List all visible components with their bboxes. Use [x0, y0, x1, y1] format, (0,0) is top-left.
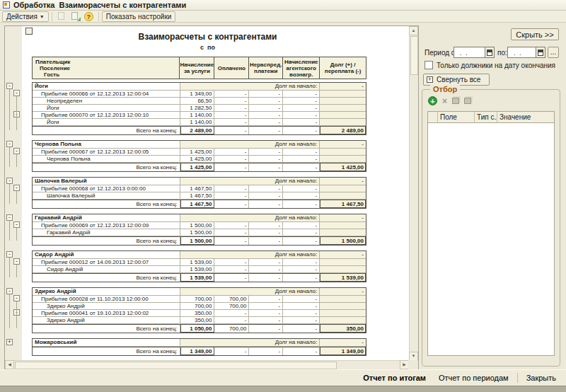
group-collapse-toggle[interactable]: - [6, 141, 13, 147]
horizontal-scroll-thumb[interactable] [15, 362, 337, 369]
value-cell: - [249, 303, 283, 310]
group-collapse-toggle[interactable]: - [6, 214, 13, 221]
period-from-label: Период с: [424, 49, 457, 57]
group-expand-toggle[interactable]: + [6, 339, 13, 345]
hide-settings-button[interactable]: Скрыть >> [511, 28, 559, 40]
group-total-row: Всего на конец:1 467,50---1 467,50 [33, 200, 366, 208]
opening-balance-value: - [320, 214, 366, 222]
header-line-settlement: Поселение [34, 65, 70, 71]
filter-field-column: Поле [438, 112, 475, 122]
paste-filter-icon[interactable] [464, 98, 471, 104]
debt-cell [320, 303, 366, 310]
group-collapse-toggle[interactable]: - [6, 251, 13, 258]
export-icon[interactable] [70, 11, 81, 21]
opening-balance-value: - [320, 288, 366, 296]
group-collapse-toggle[interactable]: - [13, 185, 20, 191]
value-cell: - [249, 317, 283, 324]
calendar-glyph [538, 50, 543, 56]
total-label-cell: Всего на конец: [33, 347, 180, 355]
filter-groupbox: Отбор + × Поле Тип с... Значение [422, 89, 560, 367]
show-settings-button[interactable]: Показать настройки [102, 11, 176, 22]
value-cell: - [214, 156, 249, 163]
close-button[interactable]: Закрыть [522, 372, 560, 384]
period-to-input[interactable] [507, 47, 536, 58]
group-collapse-toggle[interactable]: - [13, 221, 20, 228]
copy-filter-icon[interactable] [452, 98, 459, 104]
debt-cell [320, 222, 366, 229]
report-row: Прибытие 000067 от 12.12.2013 12:00:051 … [33, 149, 366, 156]
report-by-periods-button[interactable]: Отчет по периодам [434, 372, 513, 384]
delete-filter-icon[interactable]: × [442, 97, 447, 105]
scroll-left-icon[interactable]: ◀ [5, 360, 14, 369]
total-value-cell: 1 349,00 [320, 347, 366, 355]
value-cell: - [214, 112, 249, 119]
row-label-cell: Сидор Андрій [33, 266, 180, 273]
column-agent-fee: Начисление агентского вознагр. [283, 57, 320, 79]
value-cell: - [249, 91, 283, 98]
debt-cell [320, 310, 366, 317]
group-name-cell: Йоги [33, 83, 180, 91]
group-collapse-toggle[interactable]: - [6, 178, 13, 184]
report-group: Гаркавий АндрійДолг на начало:-Прибытие … [32, 214, 366, 246]
row-label-cell: Прибытие 000041 от 19.10.2013 12:00:02 [33, 310, 180, 317]
window-bottom-edge [0, 386, 566, 392]
period-more-button[interactable]: ... [548, 47, 559, 58]
group-collapse-toggle[interactable]: - [13, 148, 20, 154]
filter-table-body[interactable] [428, 123, 554, 356]
row-label-cell: Йоги [33, 105, 180, 112]
actions-menu-button[interactable]: Действия ▼ [2, 11, 49, 22]
total-value-cell: - [249, 324, 283, 333]
calendar-icon[interactable] [485, 47, 495, 58]
report-row: Прибытие 000012 от 14.09.2013 12:00:071 … [33, 259, 366, 266]
value-cell: - [249, 156, 283, 163]
group-collapse-toggle[interactable]: - [13, 295, 20, 301]
scroll-up-icon[interactable]: ▲ [409, 26, 418, 35]
group-collapse-toggle[interactable]: - [6, 288, 13, 294]
sheet-corner-selector[interactable] [25, 28, 33, 35]
opening-balance-label: Долг на начало: [180, 141, 320, 149]
window-icon [3, 1, 10, 8]
filter-table[interactable]: Поле Тип с... Значение [427, 111, 555, 356]
report-row: Неопределен66,50--- [33, 98, 366, 105]
vertical-scrollbar[interactable]: ▲ ▼ [409, 26, 418, 361]
collapse-all-button[interactable]: + Свернуть все [423, 74, 490, 86]
print-icon[interactable] [57, 11, 67, 21]
horizontal-scrollbar[interactable]: ◀ ▶ [5, 360, 409, 369]
report-row: Прибытие 000069 от 12.12.2013 12:00:091 … [33, 222, 366, 229]
value-cell: - [214, 192, 249, 200]
row-label-cell: Прибытие 000067 от 12.12.2013 12:00:05 [33, 149, 180, 156]
value-cell: 1 140,00 [180, 112, 215, 119]
total-value-cell: 1 500,00 [180, 236, 215, 245]
report-row: Прибытие 000068 от 12.12.2013 0:00:001 4… [33, 185, 366, 192]
calendar-icon[interactable] [536, 47, 545, 58]
report-row: Прибытие 000066 от 12.12.2013 12:00:041 … [33, 91, 366, 98]
app-window: { "window": { "title": "Обработка Взаимо… [0, 0, 566, 392]
group-collapse-toggle[interactable]: - [13, 90, 20, 96]
group-total-row: Всего на конец:1 349,00---1 349,00 [33, 347, 366, 355]
report-by-totals-button[interactable]: Отчет по итогам [359, 372, 430, 384]
period-from-input[interactable] [454, 47, 485, 58]
window-title: Обработка Взаиморасчеты с контрагентами [13, 0, 186, 10]
value-cell: - [283, 296, 320, 303]
total-value-cell: - [249, 273, 283, 282]
debt-cell [320, 105, 366, 112]
add-filter-icon[interactable]: + [428, 96, 437, 105]
value-cell: - [283, 222, 320, 229]
help-icon[interactable]: ? [84, 12, 93, 21]
opening-balance-label: Долг на начало: [180, 83, 320, 91]
group-collapse-toggle[interactable]: - [13, 258, 20, 265]
value-cell: - [214, 119, 249, 126]
total-label-cell: Всего на конец: [33, 236, 180, 245]
report-viewport: Взаиморасчеты с контрагентами с по Плате… [5, 26, 409, 361]
value-cell: - [283, 98, 320, 105]
value-cell: 1 467,50 [180, 192, 215, 200]
value-cell: - [214, 266, 249, 273]
debt-cell [320, 259, 366, 266]
row-label-cell: Прибытие 000012 от 14.09.2013 12:00:07 [33, 259, 180, 266]
group-collapse-toggle[interactable]: - [6, 83, 13, 89]
report-group: ЙогиДолг на начало:-Прибытие 000066 от 1… [32, 82, 366, 135]
vertical-scroll-thumb[interactable] [410, 36, 418, 75]
tree-connector-line [16, 228, 17, 241]
value-cell: - [283, 112, 320, 119]
only-debtors-checkbox[interactable] [424, 61, 433, 69]
